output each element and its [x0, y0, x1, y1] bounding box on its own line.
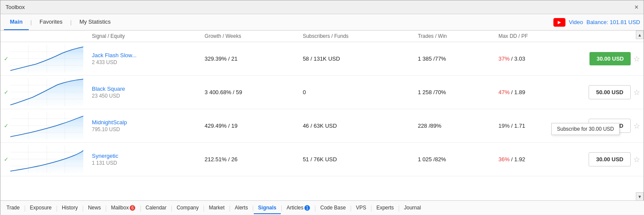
favorite-star-3[interactable]: ☆	[633, 155, 640, 164]
bottom-tab-news[interactable]: News	[84, 202, 105, 214]
table-row: ✓ MidnightSc	[0, 109, 644, 143]
maxdd-value-0: 37%	[498, 55, 510, 62]
signal-equity-3: 1 131 USD	[92, 160, 194, 166]
growth-cell-1: 3 400.68% / 59	[200, 76, 298, 109]
youtube-icon	[553, 18, 565, 27]
th-subscribers-funds: Subscribers / Funds	[298, 31, 413, 42]
check-mark-0[interactable]: ✓	[4, 55, 9, 62]
subscribers-cell-1: 0	[298, 76, 413, 109]
bottom-tab-code-base[interactable]: Code Base	[316, 202, 350, 214]
trades-cell-0: 1 385 /77%	[413, 42, 493, 76]
bottom-tab-vps[interactable]: VPS	[352, 202, 371, 214]
subscribers-cell-2: 46 / 63K USD	[298, 109, 413, 143]
bottom-tab-history[interactable]: History	[58, 202, 82, 214]
th-action	[575, 31, 644, 42]
bottom-tab-journal[interactable]: Journal	[400, 202, 425, 214]
top-tab-bar: Main | Favorites | My Statistics Video B…	[0, 14, 644, 31]
scroll-down-button[interactable]: ▼	[636, 192, 644, 201]
check-mark-3[interactable]: ✓	[4, 156, 9, 163]
subscribers-cell-3: 51 / 76K USD	[298, 143, 413, 176]
pf-value-3: / 1.92	[510, 156, 525, 163]
subscribe-btn-0[interactable]: 30.00 USD	[589, 52, 631, 65]
mini-chart-3	[10, 145, 83, 173]
pf-value-0: / 3.03	[510, 55, 525, 62]
signal-equity-1: 23 450 USD	[92, 93, 194, 99]
bottom-tab-company[interactable]: Company	[172, 202, 203, 214]
pf-value-1: / 1.89	[510, 89, 525, 95]
tab-favorites[interactable]: Favorites	[33, 14, 68, 30]
bottom-tab-mailbox[interactable]: Mailbox6	[107, 202, 140, 214]
tab-my-statistics[interactable]: My Statistics	[73, 14, 117, 30]
maxdd-cell-3: 36% / 1.92	[493, 143, 575, 176]
th-maxdd-pf: Max DD / PF	[493, 31, 575, 42]
growth-cell-3: 212.51% / 26	[200, 143, 298, 176]
signal-link-1[interactable]: Black Square	[92, 86, 125, 92]
signal-link-2[interactable]: MidnightScalp	[92, 119, 127, 126]
favorite-star-0[interactable]: ☆	[633, 54, 640, 64]
price-btn-3[interactable]: 30.00 USD	[589, 152, 631, 166]
signal-name-cell-1: Black Square 23 450 USD	[87, 76, 200, 109]
th-signal-equity: Signal / Equity	[87, 31, 200, 42]
check-mark-2[interactable]: ✓	[4, 123, 9, 129]
th-growth-weeks: Growth / Weeks	[200, 31, 298, 42]
badge-mailbox: 6	[130, 205, 136, 211]
trades-cell-2: 228 /89%	[413, 109, 493, 143]
video-link[interactable]: Video	[569, 19, 583, 25]
signal-name-cell-2: MidnightScalp 795.10 USD	[87, 109, 200, 143]
th-trades-win: Trades / Win	[413, 31, 493, 42]
tab-sep-1: |	[30, 19, 32, 25]
price-btn-1[interactable]: 50.00 USD	[589, 85, 631, 99]
growth-cell-2: 429.49% / 19	[200, 109, 298, 143]
top-tabs-left: Main | Favorites | My Statistics	[4, 14, 117, 30]
bottom-tab-trade[interactable]: Trade	[2, 202, 24, 214]
maxdd-cell-0: 37% / 3.03	[493, 42, 575, 76]
tab-main[interactable]: Main	[4, 14, 29, 30]
bottom-tab-alerts[interactable]: Alerts	[231, 202, 252, 214]
favorite-star-1[interactable]: ☆	[633, 88, 640, 97]
top-tabs-right: Video Balance: 101.81 USD	[553, 18, 640, 27]
maxdd-value-3: 36%	[498, 156, 510, 163]
signal-link-0[interactable]: Jack Flash Slow...	[92, 52, 137, 58]
favorite-star-2[interactable]: ☆	[633, 121, 640, 131]
bottom-tab-market[interactable]: Market	[204, 202, 229, 214]
pf-value-2: / 1.71	[510, 123, 525, 129]
growth-cell-0: 329.39% / 21	[200, 42, 298, 76]
maxdd-value-1: 47%	[498, 89, 510, 95]
subscribe-tooltip: Subscribe for 30.00 USD	[551, 123, 620, 135]
signal-name-cell-0: Jack Flash Slow... 2 433 USD	[87, 42, 200, 76]
chart-cell-0: ✓	[0, 42, 87, 76]
trades-cell-1: 1 258 /70%	[413, 76, 493, 109]
bottom-tab-signals[interactable]: Signals	[254, 202, 281, 214]
tab-sep-2: |	[70, 19, 71, 25]
subscribers-cell-0: 58 / 131K USD	[298, 42, 413, 76]
scroll-up-button[interactable]: ▲	[636, 31, 644, 39]
action-cell-3: 30.00 USD ☆	[575, 143, 644, 176]
mini-chart-0	[10, 45, 83, 73]
badge-articles: 1	[304, 205, 310, 211]
maxdd-value-2: 19%	[498, 123, 510, 129]
bottom-tab-exposure[interactable]: Exposure	[26, 202, 56, 214]
table-row: ✓ Black Squa	[0, 76, 644, 109]
check-mark-1[interactable]: ✓	[4, 89, 9, 95]
app-title: Toolbox	[6, 4, 25, 10]
maxdd-cell-1: 47% / 1.89	[493, 76, 575, 109]
table-row: ✓ Jack Flash	[0, 42, 644, 76]
close-button[interactable]: ×	[635, 3, 638, 11]
mini-chart-1	[10, 78, 83, 106]
signals-table: Signal / Equity Growth / Weeks Subscribe…	[0, 31, 644, 176]
action-cell-0: 30.00 USD ☆	[575, 42, 644, 76]
th-chart	[0, 31, 87, 42]
signal-link-3[interactable]: Synergetic	[92, 153, 118, 159]
bottom-tab-calendar[interactable]: Calendar	[141, 202, 171, 214]
signal-equity-0: 2 433 USD	[92, 59, 194, 65]
bottom-tab-experts[interactable]: Experts	[372, 202, 398, 214]
mini-chart-2	[10, 112, 83, 140]
chart-cell-2: ✓	[0, 109, 87, 143]
signal-equity-2: 795.10 USD	[92, 126, 194, 132]
table-row: ✓ Synergetic	[0, 143, 644, 176]
action-cell-1: 50.00 USD ☆	[575, 76, 644, 109]
bottom-tab-articles[interactable]: Articles1	[282, 202, 314, 214]
balance-link[interactable]: Balance: 101.81 USD	[586, 19, 640, 25]
title-bar: Toolbox ×	[0, 0, 644, 14]
chart-cell-3: ✓	[0, 143, 87, 176]
